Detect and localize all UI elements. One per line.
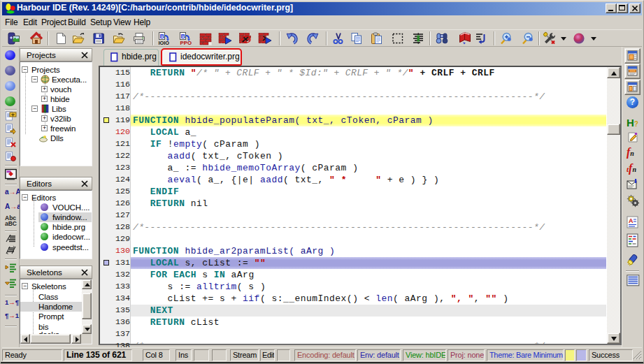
svg-text:PPO: PPO	[180, 40, 192, 45]
svg-text:IOIO: IOIO	[159, 40, 170, 45]
svg-text:B: B	[181, 33, 186, 40]
svg-text:A: A	[629, 217, 634, 224]
svg-text:B: B	[160, 33, 165, 40]
